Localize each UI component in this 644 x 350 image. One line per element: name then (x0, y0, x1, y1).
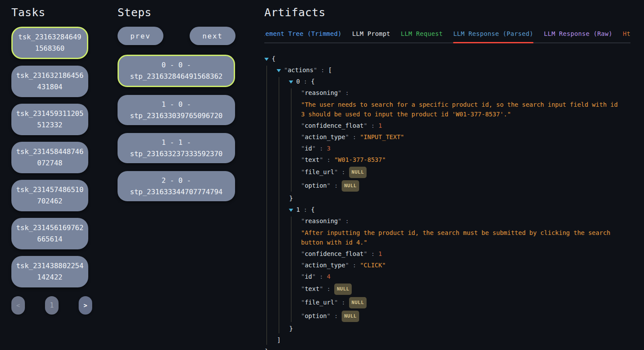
json-quote: " (345, 133, 349, 140)
json-key: action_type (305, 262, 345, 269)
json-brace: [ (328, 66, 332, 74)
task-button[interactable]: tsk_231438802254142422 (11, 256, 88, 287)
tab-llm-prompt[interactable]: LLM Prompt (352, 27, 390, 42)
json-row: "After inputting the product id, the sea… (301, 228, 630, 247)
json-key: file_url (305, 299, 334, 306)
steps-prev-button[interactable]: prev (118, 27, 163, 45)
json-string-value: "The user needs to search for a specific… (301, 100, 622, 119)
json-row: "file_url" : NULL (301, 167, 630, 178)
json-brace: { (311, 78, 315, 85)
step-button[interactable]: 1 - 1 - stp_231633237333592370 (118, 133, 235, 163)
json-number-value: 4 (327, 273, 330, 280)
task-button[interactable]: tsk_231456169762665614 (11, 218, 88, 249)
task-button[interactable]: tsk_231632186456431804 (11, 66, 88, 97)
collapse-caret-icon[interactable] (277, 69, 281, 72)
collapse-caret-icon[interactable] (289, 80, 293, 84)
json-row: "id" : 3 (301, 144, 630, 153)
steps-panel: Steps prev next 0 - 0 - stp_231632846491… (118, 0, 235, 350)
tasks-title: Tasks (11, 6, 92, 19)
tasks-next-page-button[interactable]: > (79, 296, 92, 315)
collapse-caret-icon[interactable] (264, 58, 269, 61)
step-button[interactable]: 0 - 0 - stp_231632846491568362 (118, 55, 235, 87)
json-children: 0 : {"reasoning" :"The user needs to sea… (279, 77, 630, 333)
json-string-value: "CLICK" (360, 262, 386, 269)
steps-next-button[interactable]: next (190, 27, 235, 45)
json-children: "reasoning" :"The user needs to search f… (291, 88, 630, 192)
json-colon: : (300, 78, 311, 85)
json-string-value: "After inputting the product id, the sea… (301, 228, 622, 247)
task-button[interactable]: tsk_231632846491568360 (11, 27, 88, 59)
json-colon: : (323, 156, 334, 163)
json-key: option (305, 182, 327, 189)
json-colon: : (317, 66, 328, 74)
json-quote: " (338, 217, 341, 224)
json-key: reasoning (305, 217, 338, 224)
json-row: "confidence_float" : 1 (301, 249, 630, 259)
tasks-panel: Tasks tsk_231632846491568360tsk_23163218… (11, 0, 92, 350)
steps-title: Steps (118, 6, 235, 19)
task-button[interactable]: tsk_231458448746072748 (11, 142, 88, 173)
artifacts-panel: Artifacts Element Tree (Trimmed)LLM Prom… (264, 0, 644, 350)
tasks-page-number-button[interactable]: 1 (45, 296, 59, 315)
json-row: 0 : { (289, 77, 630, 86)
tab-element-tree-trimmed[interactable]: Element Tree (Trimmed) (264, 27, 342, 42)
json-row: "option" : NULL (301, 311, 630, 322)
step-button[interactable]: 2 - 0 - stp_231633344707774794 (118, 171, 235, 201)
json-colon: : (316, 273, 327, 280)
tab-llm-response-raw[interactable]: LLM Response (Raw) (544, 27, 613, 42)
json-quote: " (312, 273, 315, 280)
json-viewer: {"actions" : [0 : {"reasoning" :"The use… (264, 43, 630, 350)
json-row: } (289, 324, 630, 333)
json-key: action_type (305, 133, 345, 140)
json-row: "reasoning" : (301, 217, 630, 226)
json-quote: " (364, 250, 367, 257)
json-row: "action_type" : "CLICK" (301, 261, 630, 270)
json-null-badge: NULL (349, 297, 367, 308)
json-brace: } (289, 195, 293, 202)
steps-nav: prev next (118, 27, 235, 45)
json-quote: " (313, 66, 317, 74)
tasks-prev-page-button[interactable]: < (11, 296, 25, 315)
tasks-pagination: < 1 > (11, 296, 92, 315)
json-colon: : (367, 122, 378, 129)
json-row: "The user needs to search for a specific… (301, 100, 630, 119)
task-list: tsk_231632846491568360tsk_23163218645643… (11, 27, 92, 287)
json-row: "action_type" : "INPUT_TEXT" (301, 133, 630, 142)
tab-llm-request[interactable]: LLM Request (401, 27, 443, 42)
tab-html-raw[interactable]: Html (Raw) (623, 27, 630, 42)
json-key: text (305, 285, 319, 292)
json-key: confidence_float (305, 250, 364, 257)
artifacts-title: Artifacts (264, 6, 630, 19)
json-number-value: 1 (378, 250, 382, 257)
tab-llm-response-parsed[interactable]: LLM Response (Parsed) (453, 27, 533, 42)
json-colon: : (300, 206, 311, 213)
json-string-value: "W01-377-8537" (334, 156, 386, 163)
json-children: "actions" : [0 : {"reasoning" :"The user… (267, 66, 630, 345)
json-row: "option" : NULL (301, 180, 630, 192)
json-quote: " (338, 89, 341, 96)
json-key: actions (287, 66, 313, 74)
json-key: text (305, 156, 319, 163)
json-colon: : (316, 145, 327, 152)
json-key: file_url (305, 168, 334, 175)
task-button[interactable]: tsk_231457486510702462 (11, 180, 88, 211)
json-row: "text" : NULL (301, 284, 630, 295)
step-button[interactable]: 1 - 0 - stp_231633039765096720 (118, 95, 235, 125)
json-null-badge: NULL (334, 284, 352, 295)
json-null-badge: NULL (349, 167, 367, 178)
json-colon: : (330, 312, 341, 319)
json-row: } (289, 194, 630, 203)
step-button-label: 1 - 0 - stp_231633039765096720 (122, 99, 231, 122)
task-button[interactable]: tsk_231459311205512332 (11, 104, 88, 135)
json-quote: " (345, 262, 349, 269)
json-colon: : (342, 217, 349, 224)
json-number-value: 3 (327, 145, 330, 152)
json-row: "text" : "W01-377-8537" (301, 155, 630, 164)
json-row: "reasoning" : (301, 88, 630, 98)
json-row: "actions" : [ (277, 66, 630, 75)
json-row: "id" : 4 (301, 272, 630, 281)
json-string-value: "INPUT_TEXT" (360, 133, 404, 140)
json-brace: ] (277, 336, 280, 343)
collapse-caret-icon[interactable] (289, 209, 293, 212)
json-null-badge: NULL (342, 311, 360, 322)
